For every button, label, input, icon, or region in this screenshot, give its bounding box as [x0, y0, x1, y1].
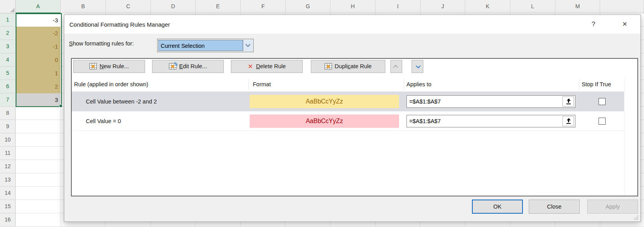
duplicate-rule-table-icon — [325, 63, 332, 69]
range-picker-icon — [566, 98, 571, 105]
format-preview: AaBbCcYyZz — [250, 114, 399, 128]
format-preview: AaBbCcYyZz — [250, 95, 399, 108]
column-header-M[interactable]: M — [555, 0, 600, 13]
cell-A5[interactable]: 1 — [16, 67, 60, 80]
show-rules-dropdown[interactable]: Current Selection — [157, 39, 254, 52]
rule-row-1[interactable]: Cell Value between -2 and 2 AaBbCcYyZz — [72, 92, 624, 111]
header-separator — [404, 79, 404, 90]
cell-A4[interactable]: 0 — [16, 53, 60, 67]
rule-name: Cell Value = 0 — [86, 111, 121, 131]
rules-list-header: Rule (applied in order shown) Format App… — [72, 77, 624, 92]
fill-handle[interactable] — [59, 104, 62, 107]
move-rule-up-button[interactable] — [390, 60, 402, 73]
new-rule-table-icon — [89, 63, 97, 69]
column-header-A[interactable]: A — [16, 0, 61, 13]
conditional-formatting-rules-manager-dialog: Conditional Formatting Rules Manager ? ✕… — [64, 15, 641, 222]
row-header-6[interactable]: 6 — [0, 80, 16, 93]
ok-button[interactable]: OK — [472, 200, 523, 214]
row-header-16[interactable]: 16 — [0, 213, 16, 227]
column-header-C[interactable]: C — [106, 0, 151, 13]
help-icon[interactable]: ? — [586, 15, 601, 34]
select-all-triangle-icon — [10, 8, 15, 12]
select-all-corner[interactable] — [0, 0, 16, 13]
apply-button: Apply — [587, 200, 638, 214]
column-header-B[interactable]: B — [61, 0, 106, 13]
chevron-down-icon — [415, 64, 421, 69]
cell-A2[interactable]: -2 — [16, 27, 60, 40]
column-header-K[interactable]: K — [465, 0, 510, 13]
header-applies-to: Applies to — [406, 77, 432, 92]
move-rule-down-button[interactable] — [412, 60, 423, 73]
cell-A3[interactable]: -1 — [16, 40, 60, 53]
row-header-3[interactable]: 3 — [0, 40, 16, 53]
row-header-5[interactable]: 5 — [0, 67, 16, 80]
applies-to-input[interactable] — [406, 115, 575, 127]
close-button[interactable]: Close — [529, 200, 580, 214]
row-header-8[interactable]: 8 — [0, 107, 16, 120]
header-separator — [249, 79, 249, 90]
close-icon[interactable]: ✕ — [617, 15, 633, 34]
show-rules-label-rest: how formatting rules for: — [73, 40, 134, 47]
rule-row-2[interactable]: Cell Value = 0 AaBbCcYyZz — [72, 111, 624, 131]
row-header-11[interactable]: 11 — [0, 147, 16, 160]
dialog-title: Conditional Formatting Rules Manager — [69, 15, 170, 34]
rules-panel: New Rule... ✎Edit Rule... ✕Delete Rule D… — [71, 58, 638, 196]
column-header-L[interactable]: L — [510, 0, 555, 13]
range-picker-icon — [566, 118, 571, 124]
column-header-I[interactable]: I — [376, 0, 421, 13]
row-header-1[interactable]: 1 — [0, 13, 16, 27]
row-header-10[interactable]: 10 — [0, 133, 16, 147]
row-header-2[interactable]: 2 — [0, 27, 16, 40]
cell-A1[interactable]: -3 — [16, 14, 60, 27]
column-header-E[interactable]: E — [196, 0, 241, 13]
row-header-12[interactable]: 12 — [0, 160, 16, 173]
rule-name: Cell Value between -2 and 2 — [86, 92, 157, 111]
row-header-14[interactable]: 14 — [0, 187, 16, 200]
column-header-G[interactable]: G — [286, 0, 330, 13]
row-header-4[interactable]: 4 — [0, 53, 16, 67]
column-header-F[interactable]: F — [241, 0, 286, 13]
row-header-13[interactable]: 13 — [0, 173, 16, 187]
stop-if-true-checkbox[interactable] — [599, 98, 606, 105]
delete-x-icon: ✕ — [248, 63, 253, 70]
new-rule-button[interactable]: New Rule... — [73, 60, 145, 73]
rules-list: Rule (applied in order shown) Format App… — [72, 77, 624, 196]
excel-window: A B C D E F G H I J K L M 1 2 3 4 5 6 7 … — [0, 0, 644, 227]
header-separator — [579, 79, 579, 90]
header-stop-if-true: Stop If True — [582, 77, 611, 92]
column-header-partial[interactable] — [600, 0, 644, 13]
show-rules-label: Show formatting rules for: — [69, 37, 134, 50]
dropdown-chevron-zone[interactable] — [243, 40, 253, 51]
chevron-up-icon — [393, 65, 398, 70]
row-header-7[interactable]: 7 — [0, 93, 16, 107]
header-format: Format — [253, 77, 271, 92]
edit-rule-pencil-icon: ✎ — [169, 63, 176, 69]
cell-A6[interactable]: 2 — [16, 80, 60, 93]
duplicate-rule-button[interactable]: Duplicate Rule — [311, 60, 385, 73]
dialog-titlebar[interactable]: Conditional Formatting Rules Manager ? ✕ — [64, 15, 640, 34]
collapse-dialog-button[interactable] — [562, 96, 574, 107]
column-header-D[interactable]: D — [151, 0, 196, 13]
stop-if-true-checkbox[interactable] — [599, 118, 606, 125]
row-header-15[interactable]: 15 — [0, 200, 16, 213]
dropdown-selected-value: Current Selection — [158, 40, 243, 51]
column-header-H[interactable]: H — [330, 0, 376, 13]
resize-grip-icon[interactable] — [633, 214, 638, 220]
edit-rule-button[interactable]: ✎Edit Rule... — [152, 60, 224, 73]
header-rule: Rule (applied in order shown) — [74, 77, 148, 92]
chevron-down-icon — [245, 42, 250, 47]
collapse-dialog-button[interactable] — [562, 116, 574, 126]
row-header-9[interactable]: 9 — [0, 120, 16, 133]
show-rules-label-accel: S — [69, 40, 73, 47]
column-header-J[interactable]: J — [421, 0, 465, 13]
applies-to-input[interactable] — [406, 95, 575, 108]
cell-A7[interactable]: 3 — [16, 93, 60, 107]
delete-rule-button[interactable]: ✕Delete Rule — [231, 60, 303, 73]
